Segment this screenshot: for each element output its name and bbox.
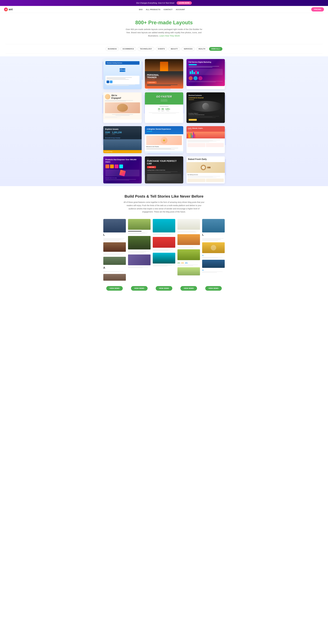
blog-card-content: 20% 52% 28%	[178, 219, 200, 276]
blog-text-1	[103, 238, 126, 241]
blog-image-fashion-2	[153, 237, 175, 248]
engaged-title: We'reEngaged!	[112, 94, 121, 99]
blog-card-content: L A	[103, 219, 126, 281]
layout-card-dental[interactable]: A Brighter Dental Experience 😊 Welcome t…	[145, 126, 183, 153]
electrical-services: Providing a Range ofCommercial & Residen…	[189, 113, 223, 116]
bakery-donut	[201, 165, 206, 170]
go-faster-footer	[147, 112, 181, 114]
filter-beauty[interactable]: BEAUTY	[168, 47, 180, 51]
explore-image	[103, 139, 142, 150]
filter-business[interactable]: BUSINESS	[106, 47, 119, 51]
layout-card-engaged[interactable]: We'reEngaged!	[103, 92, 142, 123]
blog-card-fashion[interactable]	[153, 219, 175, 281]
blog-text-fashion-3	[153, 265, 175, 266]
learn-more-button[interactable]: LEARN MORE	[177, 1, 192, 4]
blog-letter-1: L	[103, 233, 126, 236]
filter-ecommerce[interactable]: ECOMMERCE	[120, 47, 136, 51]
demo-button-1[interactable]: VIEW DEMO	[106, 286, 123, 291]
blog-card-food[interactable]: 20% 52% 28%	[178, 219, 200, 281]
filter-services[interactable]: SERVICES	[182, 47, 195, 51]
layout-card-personal-trainer[interactable]: PERSONALTRAINER Get Fit Today LEARN MORE	[145, 59, 183, 89]
demo-button-5[interactable]: VIEW DEMO	[205, 286, 222, 291]
pricing-button[interactable]: PRICING	[311, 7, 324, 12]
svg-rect-4	[120, 69, 122, 70]
go-faster-header: GO FASTER Go Insurance	[145, 92, 183, 104]
explore-subtitle: Renewable Energy Campaign	[103, 136, 142, 139]
blog-card-sailing[interactable]: L 01 02	[202, 219, 225, 281]
demo-buttons: VIEW DEMO VIEW DEMO VIEW DEMO VIEW DEMO …	[103, 284, 225, 291]
dental-person: 😊	[161, 137, 168, 144]
engaged-subtitle	[105, 100, 140, 101]
layout-card-teacher[interactable]: Learn. Educate. Inspire.	[186, 126, 225, 153]
card-inner: We'reEngaged!	[103, 92, 142, 120]
nav-link-account[interactable]: ACCOUNT	[176, 8, 185, 10]
marketing-circles	[189, 76, 223, 80]
dental-title: A Brighter Dental Experience	[147, 128, 181, 130]
hero-link[interactable]: Learn How They Work!	[159, 34, 180, 37]
layout-card-digital-marketing[interactable]: Full Service Digital Marketing	[186, 59, 225, 89]
layout-card-explore[interactable]: Explore Issues 3100 Articles 1,201,230 R…	[103, 126, 142, 153]
nav-link-contact[interactable]: CONTACT	[164, 8, 172, 10]
electrical-title: Electrical Contractor	[189, 94, 223, 96]
blog-card-travel[interactable]: L A	[103, 219, 126, 281]
layout-card-premium-hosting[interactable]: Premium Hosting Services	[103, 59, 142, 89]
blog-image-travel-1	[103, 219, 126, 232]
demo-button-4[interactable]: VIEW DEMO	[180, 286, 197, 291]
blog-text-food-2	[178, 246, 200, 248]
layout-card-go-faster[interactable]: GO FASTER Go Insurance Commercial Partne…	[145, 92, 183, 123]
car-image	[147, 174, 181, 181]
demo-btn-wrapper-3: VIEW DEMO	[153, 284, 175, 291]
demo-button-3[interactable]: VIEW DEMO	[156, 286, 172, 291]
car-button[interactable]: SHOP NOW	[147, 166, 156, 168]
blog-description: All of these great features come togethe…	[124, 201, 204, 214]
layout-card-electrical[interactable]: Electrical Contractor Licensed & Insured…	[186, 92, 225, 123]
server-icon	[119, 67, 126, 74]
blog-image-sailing-2	[202, 242, 225, 253]
stat-3: 120+Clients	[165, 108, 170, 111]
layout-card-products[interactable]: Products that Empower Over 500,000 Users…	[103, 156, 142, 184]
filter-health[interactable]: HEALTH	[196, 47, 208, 51]
blog-image-food-3	[178, 249, 200, 260]
filter-technology[interactable]: TECHNOLOGY	[138, 47, 154, 51]
banner-text: Divi Changes Everything. Give It A Test …	[136, 2, 174, 4]
filter-view-all[interactable]: VIEW ALL!	[209, 47, 222, 51]
products-body: We Build Tools for the Web	[106, 178, 140, 178]
trainer-btn[interactable]: LEARN MORE	[147, 82, 156, 84]
filter-events[interactable]: EVENTS	[156, 47, 167, 51]
blog-text-nature-1	[128, 230, 150, 234]
car-title: PURCHASE YOUR PERFECT CAR	[147, 160, 181, 165]
nav-link-all-products[interactable]: ALL PRODUCTS	[146, 8, 160, 10]
nav-link-divi[interactable]: DIVI	[139, 8, 142, 10]
filter-bar: BUSINESS ECOMMERCE TECHNOLOGY EVENTS BEA…	[6, 44, 322, 54]
explore-num-1: 3100 Articles	[105, 131, 110, 134]
electrical-body: Providing a Range ofCommercial & Residen…	[189, 113, 223, 121]
demo-btn-wrapper-5: VIEW DEMO	[202, 284, 225, 291]
top-banner: Divi Changes Everything. Give It A Test …	[0, 0, 328, 6]
shape-3	[115, 164, 118, 168]
trainer-body	[147, 84, 181, 86]
card-inner: A Brighter Dental Experience 😊 Welcome t…	[145, 126, 183, 153]
blog-image-travel-2	[103, 242, 126, 252]
blog-image-nature-3	[128, 254, 150, 265]
layouts-grid: Premium Hosting Services	[103, 59, 225, 184]
blog-card-content	[128, 219, 150, 270]
explore-numbers: 3100 Articles 1,201,230 Readers	[105, 131, 140, 134]
blog-text-sailing-2: 01	[202, 254, 225, 258]
explore-header: Explore Issues 3100 Articles 1,201,230 R…	[103, 126, 142, 136]
blog-text-3	[103, 271, 126, 272]
blog-image-fashion-1	[153, 219, 175, 232]
dental-body: 😊 Welcome to Our Practice	[145, 134, 183, 151]
card-inner: Products that Empower Over 500,000 Users…	[103, 156, 142, 184]
bakery-image	[186, 162, 225, 173]
trainer-subtitle: Get Fit Today	[147, 79, 181, 80]
layout-card-car[interactable]: Us PURCHASE YOUR PERFECT CAR SHOP NOW Le…	[145, 156, 183, 184]
layout-card-bakery[interactable]: Baked Fresh Daily Our Baking Services	[186, 156, 225, 184]
engaged-image	[105, 102, 140, 113]
engaged-info	[105, 116, 140, 118]
blog-section: Build Posts & Tell Stories Like Never Be…	[0, 186, 328, 296]
blog-image-sailing-1	[202, 219, 225, 232]
demo-button-2[interactable]: VIEW DEMO	[131, 286, 148, 291]
teacher-body	[186, 138, 225, 148]
blog-card-nature[interactable]	[128, 219, 150, 281]
trainer-title: PERSONALTRAINER	[147, 74, 181, 78]
